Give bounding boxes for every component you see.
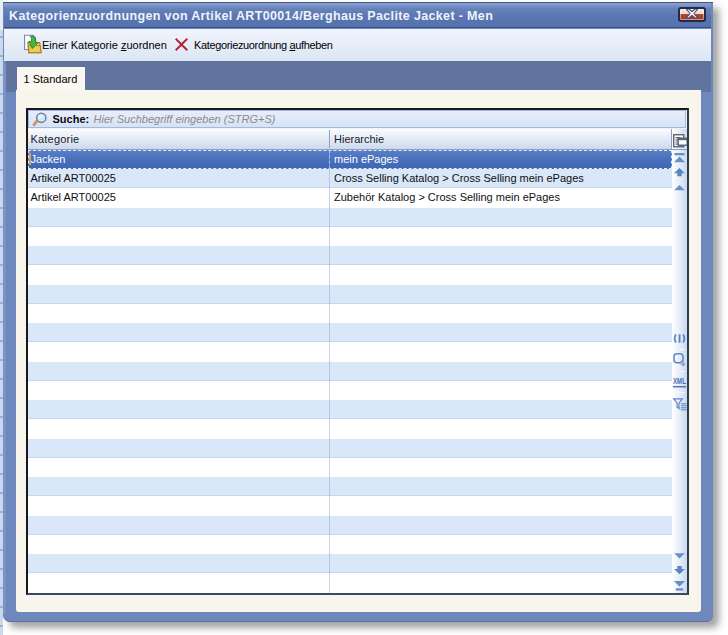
svg-text:XML: XML — [673, 376, 686, 386]
